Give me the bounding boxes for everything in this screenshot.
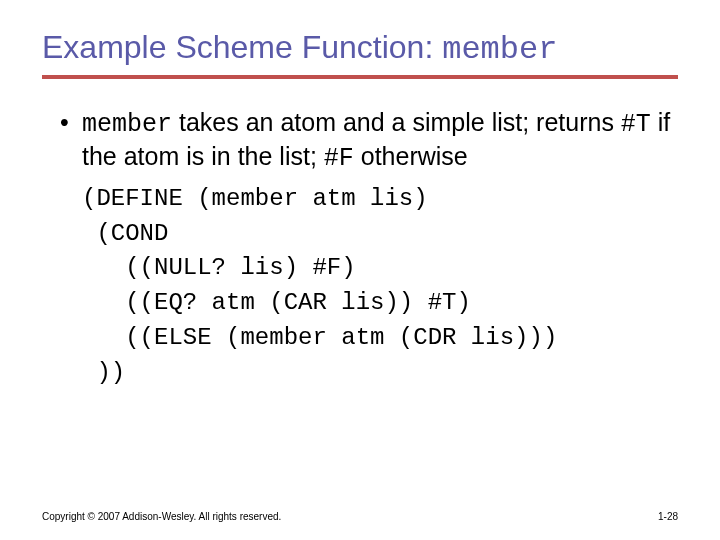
code-line: (DEFINE (member atm lis)	[82, 182, 678, 217]
bullet-list: member takes an atom and a simple list; …	[60, 107, 678, 174]
title-divider	[42, 75, 678, 79]
slide-title: Example Scheme Function: member	[42, 28, 678, 69]
code-block: (DEFINE (member atm lis) (COND ((NULL? l…	[82, 182, 678, 391]
bullet-text-1: takes an atom and a simple list; returns	[172, 108, 621, 136]
bullet-text-3: otherwise	[354, 142, 468, 170]
code-line: ))	[82, 356, 678, 391]
code-line: ((ELSE (member atm (CDR lis)))	[82, 321, 678, 356]
copyright-footer: Copyright © 2007 Addison-Wesley. All rig…	[42, 511, 281, 522]
title-prefix: Example Scheme Function:	[42, 29, 442, 65]
title-code: member	[442, 31, 557, 68]
bullet-code-1: member	[82, 110, 172, 139]
code-line: (COND	[82, 217, 678, 252]
slide: Example Scheme Function: member member t…	[0, 0, 720, 540]
code-line: ((NULL? lis) #F)	[82, 251, 678, 286]
bullet-item: member takes an atom and a simple list; …	[60, 107, 678, 174]
code-line: ((EQ? atm (CAR lis)) #T)	[82, 286, 678, 321]
bullet-code-2: #T	[621, 110, 651, 139]
bullet-code-3: #F	[324, 144, 354, 173]
page-number: 1-28	[658, 511, 678, 522]
